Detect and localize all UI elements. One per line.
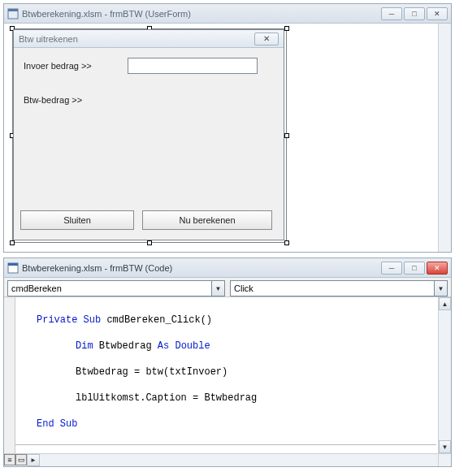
code-icon <box>7 262 19 274</box>
userform-caption: Btw uitrekenen <box>19 34 254 44</box>
code-close-button[interactable]: ✕ <box>427 262 448 275</box>
code-scrollbar-v[interactable]: ▲ ▼ <box>438 297 451 453</box>
scroll-right-icon[interactable]: ► <box>27 454 40 466</box>
code-body: Private Sub cmdBereken_Click() Dim Btwbe… <box>4 297 451 453</box>
scroll-up-icon[interactable]: ▲ <box>439 297 451 310</box>
maximize-button[interactable]: □ <box>404 7 425 20</box>
code-maximize-button[interactable]: □ <box>404 262 425 275</box>
label-btwbedrag[interactable]: Btw-bedrag >> <box>20 93 118 106</box>
object-combo-value: cmdBereken <box>11 283 62 293</box>
code-combos: cmdBereken ▼ Click ▼ <box>4 278 451 297</box>
title-text: Btwberekening.xlsm - frmBTW (UserForm) <box>22 9 381 19</box>
userform-close-button[interactable]: ✕ <box>254 32 279 45</box>
titlebar-designer[interactable]: Btwberekening.xlsm - frmBTW (UserForm) ─… <box>4 4 451 24</box>
chevron-down-icon[interactable]: ▼ <box>211 281 224 296</box>
label-lblUitkomst[interactable] <box>128 92 258 106</box>
code-minimize-button[interactable]: ─ <box>381 262 402 275</box>
code-editor[interactable]: Private Sub cmdBereken_Click() Dim Btwbe… <box>15 297 438 453</box>
button-cmdBereken[interactable]: Nu berekenen <box>142 210 272 230</box>
procedure-view-button[interactable]: ≡ <box>4 454 15 465</box>
userform-designer-window: Btwberekening.xlsm - frmBTW (UserForm) ─… <box>3 3 452 253</box>
sizegrip[interactable] <box>438 454 451 466</box>
designer-scrollbar-v[interactable] <box>438 24 451 252</box>
svg-rect-1 <box>8 9 18 11</box>
userform-titlebar[interactable]: Btw uitrekenen ✕ <box>14 30 284 48</box>
svg-rect-3 <box>8 263 18 266</box>
titlebar-code[interactable]: Btwberekening.xlsm - frmBTW (Code) ─ □ ✕ <box>4 258 451 278</box>
userform-body[interactable]: Invoer bedrag >> Btw-bedrag >> Sluiten N… <box>14 48 284 240</box>
code-scrollbar-h[interactable]: ≡ ▭ ◄ ► <box>4 453 451 466</box>
fullmodule-view-button[interactable]: ▭ <box>15 454 27 465</box>
form-icon <box>7 8 19 19</box>
close-button[interactable]: ✕ <box>427 7 448 20</box>
button-cmdSluiten[interactable]: Sluiten <box>20 210 134 230</box>
code-gutter <box>4 297 15 453</box>
procedure-combo[interactable]: Click ▼ <box>230 280 448 296</box>
minimize-button[interactable]: ─ <box>381 7 402 20</box>
procedure-combo-value: Click <box>234 283 254 293</box>
designer-body[interactable]: Btw uitrekenen ✕ Invoer bedrag >> Btw-be… <box>4 24 451 252</box>
code-window: Btwberekening.xlsm - frmBTW (Code) ─ □ ✕… <box>3 257 452 467</box>
chevron-down-icon[interactable]: ▼ <box>434 281 447 296</box>
scroll-down-icon[interactable]: ▼ <box>439 440 451 453</box>
userform-frmBTW[interactable]: Btw uitrekenen ✕ Invoer bedrag >> Btw-be… <box>13 29 284 240</box>
code-title-text: Btwberekening.xlsm - frmBTW (Code) <box>22 263 381 273</box>
textbox-txtInvoer[interactable] <box>128 58 258 74</box>
label-invoer[interactable]: Invoer bedrag >> <box>20 59 118 72</box>
object-combo[interactable]: cmdBereken ▼ <box>7 280 225 296</box>
design-surface[interactable]: Btw uitrekenen ✕ Invoer bedrag >> Btw-be… <box>12 28 287 243</box>
